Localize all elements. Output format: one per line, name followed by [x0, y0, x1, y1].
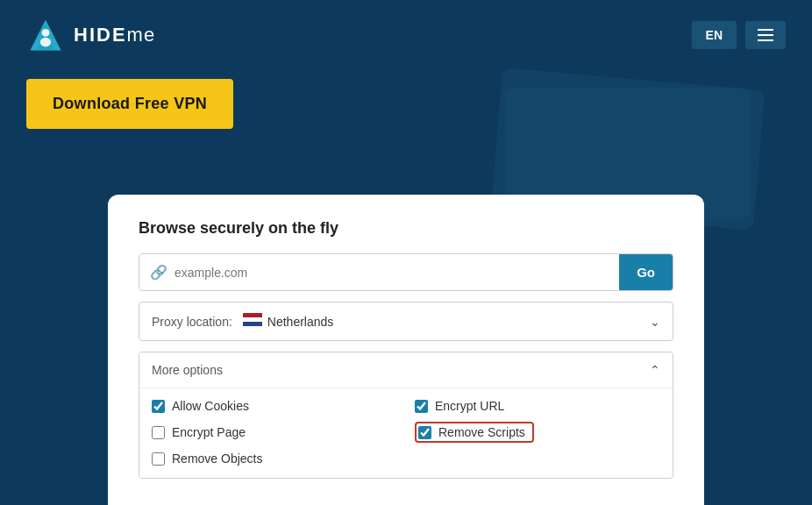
header-controls: EN: [692, 21, 786, 49]
url-input-wrap: 🔗: [139, 254, 619, 290]
proxy-location-row[interactable]: Proxy location: Netherlands ⌄: [139, 302, 673, 341]
encrypt-url-checkbox[interactable]: [415, 400, 428, 413]
remove-objects-checkbox[interactable]: [152, 452, 165, 466]
netherlands-flag-icon: [243, 313, 262, 326]
menu-line-3: [758, 39, 773, 41]
logo-text: HIDEme: [74, 24, 155, 46]
proxy-flag: [243, 313, 262, 330]
main-panel: Browse securely on the fly 🔗 Go Proxy lo…: [108, 195, 704, 505]
logo-icon: [26, 16, 65, 54]
remove-scripts-label: Remove Scripts: [438, 425, 525, 439]
proxy-label: Proxy location:: [152, 315, 232, 329]
encrypt-page-label: Encrypt Page: [172, 425, 246, 439]
logo: HIDEme: [26, 16, 155, 54]
allow-cookies-label: Allow Cookies: [172, 399, 249, 413]
encrypt-url-label: Encrypt URL: [435, 399, 504, 413]
allow-cookies-checkbox[interactable]: [152, 400, 165, 413]
more-options-body: Allow Cookies Encrypt URL Encrypt Page R…: [139, 388, 673, 478]
menu-button[interactable]: [745, 21, 786, 49]
svg-rect-6: [243, 322, 262, 326]
remove-objects-label: Remove Objects: [172, 452, 262, 466]
svg-point-3: [40, 38, 51, 47]
option-remove-objects: Remove Objects: [152, 452, 397, 466]
download-button[interactable]: Download Free VPN: [26, 79, 233, 129]
option-encrypt-page: Encrypt Page: [152, 422, 397, 443]
link-icon: 🔗: [150, 264, 167, 281]
option-allow-cookies: Allow Cookies: [152, 399, 397, 413]
menu-line-1: [758, 29, 773, 31]
url-row: 🔗 Go: [139, 253, 673, 291]
encrypt-page-checkbox[interactable]: [152, 426, 165, 439]
svg-rect-4: [243, 313, 262, 317]
language-button[interactable]: EN: [692, 21, 737, 49]
option-remove-scripts: Remove Scripts: [415, 422, 660, 443]
chevron-down-icon: ⌄: [650, 315, 660, 329]
header: HIDEme EN: [0, 0, 812, 70]
chevron-up-icon: ⌃: [650, 363, 660, 377]
panel-title: Browse securely on the fly: [139, 219, 673, 238]
more-options-header[interactable]: More options ⌃: [139, 352, 673, 388]
menu-line-2: [758, 34, 773, 36]
more-options-title: More options: [152, 363, 223, 377]
option-encrypt-url: Encrypt URL: [415, 399, 660, 413]
svg-point-2: [42, 29, 50, 37]
remove-scripts-checkbox[interactable]: [418, 426, 431, 439]
more-options-panel: More options ⌃ Allow Cookies Encrypt URL…: [139, 352, 673, 479]
proxy-country: Netherlands: [267, 315, 650, 329]
svg-rect-5: [243, 317, 262, 322]
go-button[interactable]: Go: [619, 254, 673, 290]
url-input[interactable]: [175, 266, 609, 280]
remove-scripts-highlight: Remove Scripts: [415, 422, 534, 443]
